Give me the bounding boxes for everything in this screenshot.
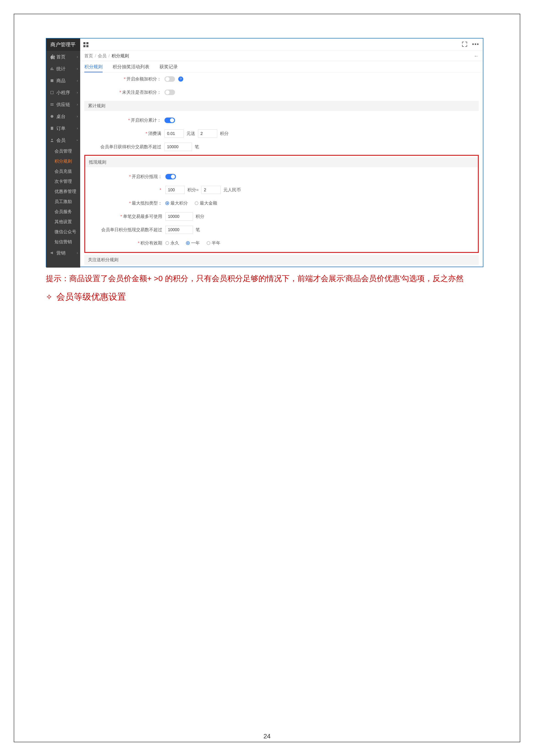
sidebar-item-marketing[interactable]: 营销› [46,247,80,259]
table-icon [50,114,54,119]
deduct-rules-highlight: 抵现规则 *开启积分抵现： * 积分= 元人民币 *最大抵扣类型： 最大积分 最… [84,155,479,253]
toggle-enable-accumulate[interactable] [165,118,175,123]
sidebar-sub-service[interactable]: 会员服务 [46,207,80,217]
text-single-tx-unit: 积分 [196,213,204,220]
sidebar-item-member[interactable]: 会员› [46,134,80,146]
diamond-icon: ✧ [46,292,52,302]
label-enable-deduct: *开启积分抵现： [85,174,165,179]
tab-lottery-list[interactable]: 积分抽奖活动列表 [113,61,149,72]
text-daily-gain-unit: 笔 [195,144,199,150]
home-icon [50,55,54,59]
sidebar-label: 订单 [56,125,66,131]
section-follow-gift: 关注送积分规则 [84,255,479,265]
sidebar-sub-member-manage[interactable]: 会员管理 [46,146,80,156]
breadcrumb: 首页 / 会员 / 积分规则 ← [80,51,483,61]
sidebar-item-stats[interactable]: 统计› [46,63,80,75]
label-enable-accumulate: *开启积分累计： [84,117,165,123]
radio-valid-forever[interactable] [165,241,169,245]
tabs: 积分规则 积分抽奖活动列表 获奖记录 [80,61,483,72]
input-spend-amount[interactable] [165,129,184,138]
input-daily-deduct[interactable] [165,226,193,234]
member-icon [50,138,54,142]
apps-grid-icon[interactable] [83,42,89,47]
topbar: ••• [80,39,483,51]
crumb-current: 积分规则 [112,53,129,59]
section-deduct: 抵现规则 [85,157,478,167]
sidebar-item-goods[interactable]: 商品› [46,75,80,87]
radio-max-amount[interactable] [195,202,199,205]
tip-text: 提示：商品设置了会员价金额+ >0 的积分，只有会员积分足够的情况下，前端才会展… [46,273,483,284]
sidebar-item-supply[interactable]: 供应链› [46,98,80,110]
text-spend-unit: 积分 [220,131,228,137]
radio-valid-oneyear[interactable] [186,241,190,245]
more-icon[interactable]: ••• [472,42,479,47]
sidebar-item-home[interactable]: 首页› [46,51,80,63]
supply-icon [50,102,54,107]
input-daily-gain[interactable] [165,143,192,151]
input-deduct-rmb[interactable] [201,186,221,194]
text-deduct-unit: 元人民币 [223,187,241,193]
sidebar-sub-points-rule[interactable]: 积分规则 [46,156,80,166]
marketing-icon [50,251,54,255]
page-number: 24 [0,733,534,740]
sidebar-item-table[interactable]: 桌台› [46,110,80,122]
back-arrow-icon[interactable]: ← [474,53,479,59]
sidebar-sub-other[interactable]: 其他设置 [46,217,80,227]
label-balance-points: *开启余额加积分： [84,76,165,82]
tab-points-rule[interactable]: 积分规则 [84,61,103,72]
goods-icon [50,79,54,83]
sidebar-label: 供应链 [56,101,70,108]
sidebar-label: 会员 [56,137,66,144]
toggle-unregistered-points[interactable] [165,90,175,95]
sidebar-label: 营销 [56,250,66,256]
input-spend-points[interactable] [198,129,217,138]
text-spend-mid: 元送 [186,131,195,137]
label-single-tx: *单笔交易最多可使用 [85,213,165,220]
tab-award-record[interactable]: 获奖记录 [159,61,178,72]
label-deduct-rate: * [85,187,165,192]
sidebar-label: 首页 [56,54,66,60]
sidebar-item-order[interactable]: 订单› [46,122,80,134]
label-max-type: *最大抵扣类型： [85,200,165,206]
fullscreen-icon[interactable] [462,42,467,47]
label-daily-deduct: 会员单日积分抵现交易数不超过 [85,227,165,233]
radio-valid-halfyear[interactable] [207,241,210,245]
brand-title: 商户管理平台 [46,39,80,51]
label-daily-gain: 会员单日获得积分交易数不超过 [84,144,165,150]
toggle-enable-deduct[interactable] [165,174,176,179]
svg-rect-0 [51,79,53,82]
input-deduct-points[interactable] [165,186,185,194]
stats-icon [50,67,54,71]
tip-heading: ✧ 会员等级优惠设置 [46,291,126,303]
label-spend: *消费满 [84,131,165,137]
label-unregistered-points: *未关注是否加积分： [84,89,165,95]
mini-icon [50,91,54,94]
sidebar-sub-sms[interactable]: 短信营销 [46,237,80,247]
main-form: *开启余额加积分： ? *未关注是否加积分： 累计规则 *开启积分累计： *消费… [80,72,483,267]
crumb-home[interactable]: 首页 [84,53,93,59]
sidebar-sub-coupon[interactable]: 优惠券管理 [46,186,80,197]
sidebar-sub-recharge[interactable]: 会员充值 [46,166,80,176]
text-deduct-mid: 积分= [187,187,199,193]
sidebar-sub-wechat[interactable]: 微信公众号 [46,227,80,237]
toggle-balance-points[interactable] [165,76,175,82]
sidebar-label: 商品 [56,78,66,84]
svg-point-2 [51,115,53,118]
sidebar: 商户管理平台 首页› 统计› 商品› 小程序› 供应链› 桌台› 订单› [46,39,80,268]
help-icon[interactable]: ? [178,76,183,82]
radio-max-points[interactable] [165,202,169,205]
crumb-member[interactable]: 会员 [98,53,107,59]
sidebar-label: 统计 [56,66,66,72]
input-single-tx[interactable] [165,212,193,221]
sidebar-sub-card[interactable]: 次卡管理 [46,176,80,186]
sidebar-sub-staff[interactable]: 员工激励 [46,197,80,207]
svg-point-3 [51,139,53,140]
svg-rect-1 [51,91,53,94]
order-icon [50,126,54,130]
sidebar-item-miniprogram[interactable]: 小程序› [46,87,80,98]
label-validity: *积分有效期 [85,240,165,246]
sidebar-label: 小程序 [56,90,70,96]
section-accumulate: 累计规则 [84,101,479,111]
admin-screenshot: 商户管理平台 首页› 统计› 商品› 小程序› 供应链› 桌台› 订单› [46,38,483,267]
text-daily-deduct-unit: 笔 [196,227,200,233]
